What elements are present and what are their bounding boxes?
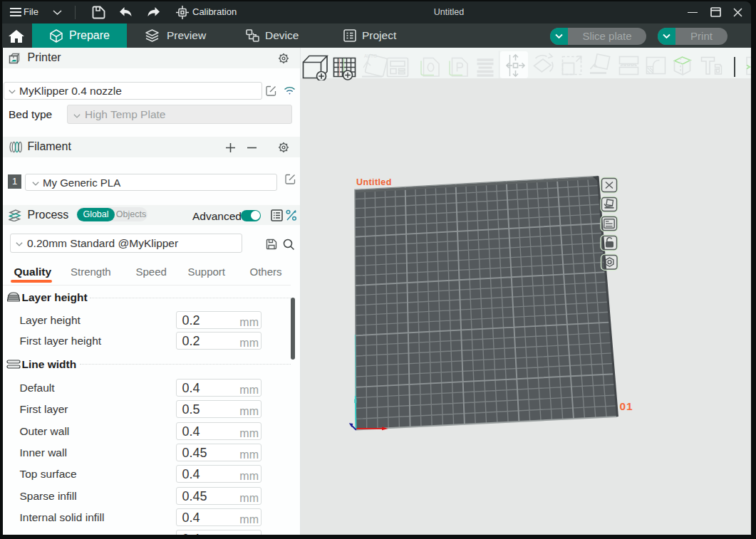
svg-text:01: 01 (620, 400, 633, 412)
svg-text:Untitled: Untitled (356, 177, 392, 187)
